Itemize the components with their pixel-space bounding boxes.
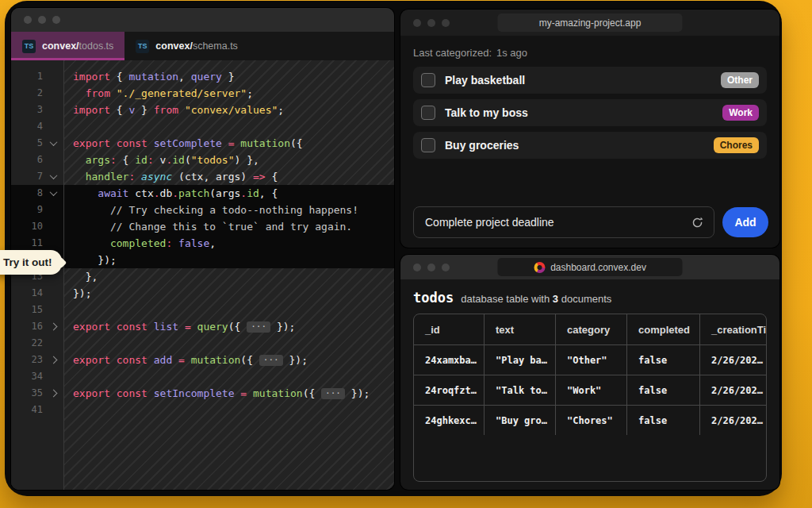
fold-chevron-icon[interactable] bbox=[49, 323, 57, 331]
code-line: 9 // Try checking a todo--nothing happen… bbox=[11, 202, 394, 218]
category-badge: Work bbox=[722, 105, 759, 121]
refresh-icon[interactable] bbox=[691, 216, 704, 229]
code-token: ) }, bbox=[235, 154, 259, 166]
editor-titlebar bbox=[11, 8, 394, 32]
code-token: : bbox=[147, 154, 154, 166]
code-line: 5export const setComplete = mutation({ bbox=[11, 135, 394, 152]
table-cell: 2/26/202… bbox=[699, 375, 766, 405]
minimize-icon bbox=[427, 264, 435, 271]
table-cell: 24roqfzt… bbox=[414, 375, 484, 405]
code-line: 4 bbox=[11, 118, 394, 135]
table-header-cell: completed bbox=[626, 314, 699, 344]
code-line: 15 bbox=[11, 302, 394, 318]
code-token: mutation bbox=[253, 387, 303, 399]
code-line: 23export const add = mutation({ ··· }); bbox=[11, 352, 394, 368]
todo-checkbox[interactable] bbox=[421, 73, 435, 87]
fold-chevron-icon[interactable] bbox=[49, 171, 57, 179]
code-text: // Try checking a todo--nothing happens! bbox=[63, 202, 394, 218]
fold-chevron-icon[interactable] bbox=[49, 138, 57, 146]
todo-text: Play basketball bbox=[445, 74, 525, 87]
fold-chevron-icon[interactable] bbox=[49, 356, 57, 364]
fold-gutter bbox=[43, 402, 63, 418]
code-token bbox=[178, 321, 185, 333]
code-token: v bbox=[154, 154, 167, 166]
code-editor-window: TSconvex/todos.tsTSconvex/schema.ts 1imp… bbox=[11, 8, 394, 490]
close-icon bbox=[413, 264, 421, 271]
code-token: mutation bbox=[240, 137, 290, 149]
code-text bbox=[63, 118, 394, 135]
code-token bbox=[73, 87, 86, 99]
line-number: 8 bbox=[11, 185, 43, 202]
fold-chevron-icon[interactable] bbox=[49, 390, 57, 398]
code-token: from bbox=[154, 104, 178, 116]
code-line: 11 completed: false, bbox=[11, 235, 394, 252]
code-line: 22 bbox=[11, 335, 394, 352]
fold-gutter bbox=[43, 302, 63, 318]
maximize-icon bbox=[442, 264, 450, 271]
status-line: Last categorized:1s ago bbox=[413, 47, 767, 59]
code-token bbox=[110, 137, 117, 149]
code-text: export const setComplete = mutation({ bbox=[63, 135, 394, 152]
code-token: handler bbox=[86, 171, 129, 183]
line-number: 7 bbox=[11, 168, 43, 185]
add-button[interactable]: Add bbox=[722, 207, 768, 237]
code-text: export const setIncomplete = mutation({ … bbox=[63, 385, 394, 402]
code-token bbox=[147, 321, 154, 333]
editor-tab-schema.ts[interactable]: TSconvex/schema.ts bbox=[124, 32, 249, 60]
code-token: // Change this to `true` and try again. bbox=[73, 221, 352, 233]
line-number: 14 bbox=[11, 285, 43, 302]
code-text: }); bbox=[63, 285, 394, 302]
code-text: handler: async (ctx, args) => { bbox=[63, 168, 394, 185]
code-token: mutation bbox=[191, 354, 241, 366]
todo-checkbox[interactable] bbox=[421, 138, 435, 152]
code-token: (args bbox=[209, 187, 240, 199]
editor-tab-todos.ts[interactable]: TSconvex/todos.ts bbox=[11, 32, 124, 60]
code-text: import { v } from "convex/values"; bbox=[63, 102, 394, 118]
code-token: export bbox=[73, 137, 110, 149]
fold-gutter[interactable] bbox=[43, 352, 63, 368]
code-token: false bbox=[178, 237, 209, 249]
code-token bbox=[110, 387, 117, 399]
code-token: }); bbox=[73, 287, 91, 299]
folded-code-chip[interactable]: ··· bbox=[259, 355, 283, 366]
fold-gutter bbox=[43, 85, 63, 102]
folded-code-chip[interactable]: ··· bbox=[321, 388, 345, 399]
code-text: await ctx.db.patch(args.id, { bbox=[63, 185, 394, 202]
code-line: 13 }, bbox=[11, 268, 394, 285]
code-token: list bbox=[154, 321, 178, 333]
folded-code-chip[interactable]: ··· bbox=[247, 321, 270, 333]
table-cell: 2/26/202… bbox=[699, 344, 766, 375]
line-number: 3 bbox=[11, 102, 43, 118]
fold-gutter[interactable] bbox=[43, 135, 63, 152]
fold-gutter[interactable] bbox=[43, 385, 63, 402]
code-token bbox=[147, 387, 154, 399]
line-number: 23 bbox=[11, 352, 43, 368]
fold-gutter[interactable] bbox=[43, 318, 63, 335]
code-line: 2 from "./_generated/server"; bbox=[11, 85, 394, 102]
table-cell: "Other" bbox=[555, 344, 626, 375]
code-token: }); bbox=[345, 387, 370, 399]
todo-checkbox[interactable] bbox=[421, 106, 435, 120]
fold-gutter[interactable] bbox=[43, 185, 63, 202]
code-token bbox=[110, 87, 117, 99]
code-token bbox=[191, 321, 197, 333]
code-lines: 1import { mutation, query }2 from "./_ge… bbox=[11, 60, 394, 418]
minimize-icon bbox=[38, 16, 46, 24]
fold-gutter bbox=[43, 368, 63, 385]
todo-input-wrap bbox=[413, 206, 714, 238]
code-pane[interactable]: 1import { mutation, query }2 from "./_ge… bbox=[11, 60, 394, 490]
code-token bbox=[247, 387, 253, 399]
fold-gutter bbox=[43, 335, 63, 352]
code-token: import bbox=[73, 71, 110, 83]
code-token bbox=[222, 137, 228, 149]
code-text bbox=[63, 402, 394, 418]
table-cell: "Buy gro… bbox=[484, 405, 555, 435]
code-line: 41 bbox=[11, 402, 394, 418]
typescript-icon: TS bbox=[22, 40, 36, 53]
dashboard-titlebar: dashboard.convex.dev bbox=[400, 255, 779, 279]
fold-chevron-icon[interactable] bbox=[49, 188, 57, 196]
code-token: }); bbox=[283, 354, 308, 366]
fold-gutter[interactable] bbox=[43, 168, 63, 185]
new-todo-input[interactable] bbox=[423, 215, 691, 229]
tab-filename: todos.ts bbox=[79, 40, 114, 52]
